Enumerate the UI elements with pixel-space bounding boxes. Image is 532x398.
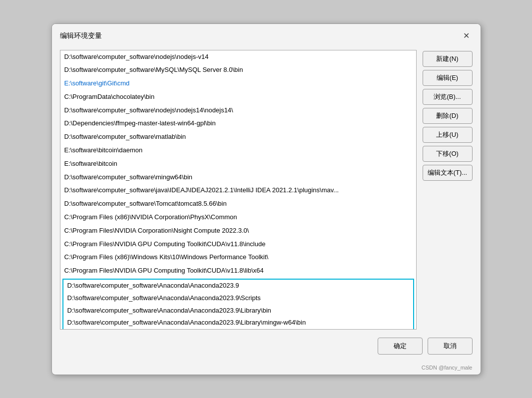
edit-env-dialog: 编辑环境变量 ✕ D:\software\computer_software\n… [51,23,481,375]
list-item[interactable]: D:\software\computer_software\Tomcat\tom… [60,197,416,211]
list-item[interactable]: D:\software\computer_software\nodejs\nod… [60,50,416,64]
edit-button[interactable]: 编辑(E) [423,70,473,86]
env-var-list[interactable]: D:\software\computer_software\nodejs\nod… [60,50,417,330]
title-bar: 编辑环境变量 ✕ [52,24,481,46]
cancel-button[interactable]: 取消 [428,338,473,355]
highlighted-list-item[interactable]: D:\software\computer_software\Anaconda\A… [63,280,413,292]
highlighted-items-container: D:\software\computer_software\Anaconda\A… [63,280,413,329]
highlighted-group: D:\software\computer_software\Anaconda\A… [62,279,414,329]
edit-text-button[interactable]: 编辑文本(T)... [423,165,473,181]
list-item[interactable]: C:\Program Files (x86)\Windows Kits\10\W… [60,251,416,264]
list-item[interactable]: C:\Program Files\NVIDIA GPU Computing To… [60,264,416,278]
list-item[interactable]: D:\software\computer_software\java\IDEAJ… [60,184,416,197]
dialog-title: 编辑环境变量 [60,31,102,40]
delete-button[interactable]: 删除(D) [423,108,473,124]
new-button[interactable]: 新建(N) [423,51,473,67]
list-item[interactable]: D:\software\computer_software\nodejs\nod… [60,104,416,117]
list-item[interactable]: D:\software\computer_software\matlab\bin [60,130,416,144]
list-item[interactable]: C:\Program Files\NVIDIA GPU Computing To… [60,238,416,251]
list-item[interactable]: C:\Program Files\NVIDIA Corporation\Nsig… [60,224,416,238]
browse-button[interactable]: 浏览(B)... [423,89,473,105]
list-item[interactable]: D:\Dependencies\ffmpeg-master-latest-win… [60,117,416,130]
list-item[interactable]: E:\software\git\Git\cmd [60,77,416,90]
move-down-button[interactable]: 下移(O) [423,146,473,162]
ok-button[interactable]: 确定 [378,338,423,355]
list-item[interactable]: E:\software\bitcoin [60,157,416,171]
dialog-body: D:\software\computer_software\nodejs\nod… [52,46,481,338]
list-item[interactable]: D:\software\computer_software\MySQL\MySQ… [60,63,416,77]
list-item[interactable]: E:\software\bitcoin\daemon [60,144,416,157]
list-item[interactable]: D:\software\computer_software\mingw64\bi… [60,171,416,184]
list-item[interactable]: C:\Program Files (x86)\NVIDIA Corporatio… [60,211,416,224]
watermark: CSDN @fancy_male [52,363,481,375]
highlighted-list-item[interactable]: D:\software\computer_software\Anaconda\A… [63,317,413,329]
highlighted-list-item[interactable]: D:\software\computer_software\Anaconda\A… [63,292,413,305]
move-up-button[interactable]: 上移(U) [423,127,473,143]
button-panel: 新建(N) 编辑(E) 浏览(B)... 删除(D) 上移(U) 下移(O) 编… [423,50,473,330]
highlighted-list-item[interactable]: D:\software\computer_software\Anaconda\A… [63,305,413,317]
dialog-footer: 确定 取消 [52,338,481,363]
list-item[interactable]: C:\ProgramData\chocolatey\bin [60,90,416,104]
close-button[interactable]: ✕ [461,30,473,42]
list-items-container: D:\software\computer_software\nodejs\nod… [60,50,416,278]
